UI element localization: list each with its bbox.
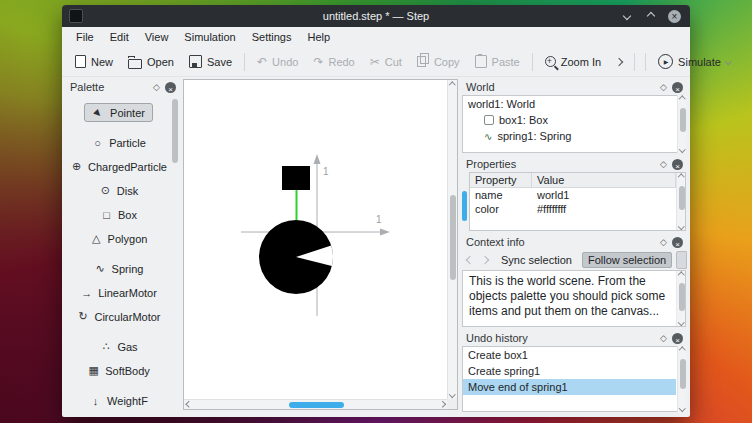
box1-object[interactable] [282, 166, 310, 190]
follow-selection-button[interactable]: Follow selection [582, 252, 672, 268]
palette-item-chargedparticle[interactable]: ⊕ChargedParticle [66, 157, 171, 176]
scrollbar-thumb[interactable] [680, 108, 686, 132]
forward-button[interactable] [479, 253, 490, 267]
paste-button[interactable]: Paste [468, 51, 527, 72]
undo-item-label: Move end of spring1 [468, 381, 568, 393]
float-panel-icon[interactable]: ◇ [660, 334, 667, 343]
back-button[interactable] [464, 253, 475, 267]
scrollbar-thumb[interactable] [450, 195, 456, 280]
palette-item-disk[interactable]: ⊙Disk [91, 181, 146, 200]
scroll-up-icon[interactable] [678, 272, 684, 278]
value-cell[interactable]: #ffffffff [532, 202, 676, 216]
copy-button[interactable]: Copy [410, 52, 467, 72]
maximize-button[interactable] [644, 10, 657, 23]
tree-item-world1[interactable]: world1: World [463, 96, 676, 112]
titlebar[interactable]: untitled.step * — Step [62, 5, 690, 27]
menu-file[interactable]: File [68, 29, 102, 45]
scene-canvas[interactable]: 1 1 [183, 79, 458, 410]
float-panel-icon[interactable]: ◇ [660, 83, 667, 92]
tree-item-box1[interactable]: box1: Box [463, 112, 676, 128]
simulate-button[interactable]: Simulate [651, 50, 737, 73]
properties-header[interactable]: Properties ◇ [462, 156, 686, 172]
palette-item-weightforce[interactable]: ↓WeightF [81, 391, 156, 410]
canvas-vertical-scrollbar[interactable] [447, 80, 457, 399]
scroll-up-icon[interactable] [679, 96, 685, 102]
cut-button[interactable]: ✂Cut [363, 52, 409, 72]
palette-item-softbody[interactable]: ▦SoftBody [79, 361, 158, 380]
scrollbar-thumb[interactable] [679, 186, 685, 210]
minimize-button[interactable] [620, 10, 633, 23]
properties-scrollbar[interactable] [676, 173, 685, 230]
world-scrollbar[interactable] [677, 95, 686, 153]
scrollbar-thumb[interactable] [172, 99, 178, 163]
menu-help[interactable]: Help [299, 29, 338, 45]
context-info-header[interactable]: Context info ◇ [462, 234, 686, 250]
close-button[interactable] [668, 10, 681, 23]
checkbox-icon[interactable] [484, 115, 494, 125]
menu-settings[interactable]: Settings [244, 29, 300, 45]
property-cell[interactable]: color [470, 202, 532, 216]
undo-button[interactable]: ↶Undo [250, 52, 305, 72]
scrollbar-thumb[interactable] [679, 283, 685, 311]
context-scrollbar[interactable] [676, 271, 685, 326]
close-panel-icon[interactable] [672, 333, 683, 344]
menu-view[interactable]: View [137, 29, 177, 45]
sync-selection-button[interactable]: Sync selection [495, 252, 578, 268]
palette-item-particle[interactable]: ○Particle [83, 133, 154, 152]
undo-item-create-spring1[interactable]: Create spring1 [463, 363, 676, 379]
palette-header[interactable]: Palette ◇ [66, 79, 179, 95]
save-button[interactable]: Save [182, 51, 239, 72]
column-header-value[interactable]: Value [532, 173, 676, 188]
float-panel-icon[interactable]: ◇ [660, 160, 667, 169]
menu-edit[interactable]: Edit [102, 29, 137, 45]
close-panel-icon[interactable] [672, 159, 683, 170]
palette-item-linearmotor[interactable]: →LinearMotor [72, 283, 165, 302]
undo-item-move-end-of-spring1[interactable]: Move end of spring1 [463, 379, 676, 395]
open-button[interactable]: Open [121, 51, 181, 73]
particle-icon: ○ [91, 137, 104, 149]
close-panel-icon[interactable] [672, 82, 683, 93]
palette-item-spring[interactable]: ∿Spring [86, 259, 152, 278]
palette-scrollbar[interactable] [172, 99, 178, 406]
undo-item-create-box1[interactable]: Create box1 [463, 347, 676, 363]
world-tree: world1: World box1: Box ∿spring1: Spring [462, 95, 686, 153]
property-cell[interactable]: name [470, 188, 532, 202]
redo-button[interactable]: ↷Redo [306, 52, 361, 72]
close-panel-icon[interactable] [672, 237, 683, 248]
tree-item-label: spring1: Spring [497, 130, 571, 142]
palette-item-box[interactable]: □Box [92, 205, 145, 224]
menu-simulation[interactable]: Simulation [176, 29, 243, 45]
scroll-down-icon[interactable] [679, 405, 685, 411]
close-panel-icon[interactable] [165, 82, 176, 93]
zoom-in-button[interactable]: Zoom In [538, 52, 608, 72]
column-header-property[interactable]: Property [470, 173, 532, 188]
scrollbar-thumb[interactable] [462, 191, 467, 221]
palette-item-gas[interactable]: ∴Gas [91, 337, 145, 356]
world-header[interactable]: World ◇ [462, 79, 686, 95]
scroll-down-icon[interactable] [678, 319, 684, 325]
value-cell[interactable]: world1 [532, 188, 676, 202]
scroll-up-icon[interactable] [679, 347, 685, 353]
scroll-up-icon[interactable] [678, 174, 684, 180]
scroll-down-icon[interactable] [678, 223, 684, 229]
scroll-left-icon[interactable] [186, 401, 192, 407]
scroll-up-icon[interactable] [449, 82, 455, 88]
scrollbar-thumb[interactable] [680, 359, 686, 389]
scrollbar-thumb[interactable] [289, 402, 344, 408]
float-panel-icon[interactable]: ◇ [660, 238, 667, 247]
undo-history-scrollbar[interactable] [677, 346, 686, 412]
scroll-down-icon[interactable] [449, 391, 455, 397]
float-panel-icon[interactable]: ◇ [153, 83, 160, 92]
palette-item-polygon[interactable]: △Polygon [82, 229, 156, 248]
new-button[interactable]: New [68, 51, 120, 72]
palette-item-pointer[interactable]: ►Pointer [84, 103, 153, 122]
palette-item-circularmotor[interactable]: ↻CircularMotor [68, 307, 168, 326]
scroll-down-icon[interactable] [679, 146, 685, 152]
scroll-right-icon[interactable] [439, 401, 445, 407]
undo-history-header[interactable]: Undo history ◇ [462, 330, 686, 346]
canvas-horizontal-scrollbar[interactable] [184, 399, 447, 409]
tree-item-spring1[interactable]: ∿spring1: Spring [463, 128, 676, 144]
toolbar-overflow-button[interactable] [609, 55, 629, 69]
overflow-button[interactable] [676, 251, 687, 269]
open-folder-icon [128, 59, 142, 69]
